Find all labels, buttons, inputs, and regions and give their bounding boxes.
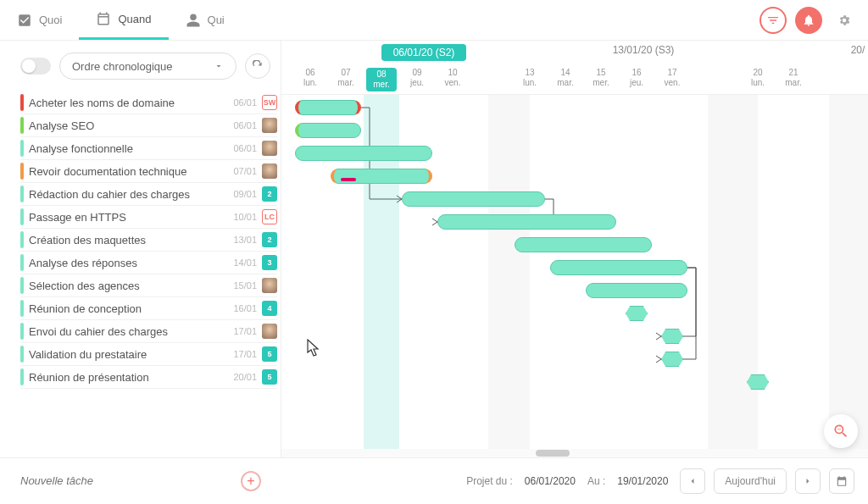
task-name: Validation du prestataire (29, 348, 228, 361)
gantt-body[interactable] (281, 95, 868, 451)
day-cell[interactable]: 17ven. (654, 68, 690, 88)
day-header: 06lun.07mar.08mer.09jeu.10ven.13lun.14ma… (281, 66, 868, 95)
gear-icon (837, 14, 851, 27)
day-cell[interactable]: 16jeu. (619, 68, 654, 88)
task-date: 06/01 (233, 143, 257, 153)
task-badge: 3 (262, 255, 277, 270)
new-task-area: + (0, 471, 271, 491)
gantt-area[interactable]: 06/01/20 (S2)13/01/20 (S3)20/ 06lun.07ma… (281, 41, 868, 457)
gantt-milestone[interactable] (626, 306, 648, 321)
gantt-bar[interactable] (295, 100, 361, 115)
project-from-date[interactable]: 06/01/2020 (521, 470, 579, 492)
project-to-date[interactable]: 19/01/2020 (614, 470, 671, 492)
task-color (20, 231, 24, 248)
h-scrollbar-thumb[interactable] (536, 450, 570, 457)
day-cell[interactable]: 09jeu. (399, 68, 435, 88)
day-cell[interactable]: 08mer. (366, 68, 397, 91)
notifications-button[interactable] (795, 7, 822, 34)
zoom-button[interactable] (824, 414, 858, 448)
task-color (20, 140, 24, 157)
add-task-button[interactable]: + (241, 471, 261, 491)
task-row[interactable]: Passage en HTTPS10/01LC (20, 206, 277, 229)
gantt-milestone[interactable] (661, 329, 683, 344)
prev-button[interactable] (680, 468, 705, 494)
tab-quand[interactable]: Quand (79, 0, 168, 40)
day-cell[interactable]: 07mar. (328, 68, 364, 88)
task-name: Analyse des réponses (29, 257, 228, 269)
task-badge: 2 (262, 232, 277, 247)
gantt-bar[interactable] (586, 283, 687, 298)
refresh-icon (252, 60, 264, 72)
task-row[interactable]: Réunion de conception16/014 (20, 297, 277, 320)
task-name: Analyse SEO (29, 119, 228, 132)
task-row[interactable]: Envoi du cahier des charges17/01 (20, 320, 277, 343)
day-cell[interactable]: 10ven. (435, 68, 470, 88)
task-row[interactable]: Validation du prestataire17/015 (20, 343, 277, 366)
gantt-bar[interactable] (550, 260, 687, 275)
week-label: 06/01/20 (S2) (381, 44, 466, 61)
day-cell[interactable]: 14mar. (548, 68, 583, 88)
task-row[interactable]: Analyse fonctionnelle06/01 (20, 137, 277, 160)
task-row[interactable]: Rédaction du cahier des charges09/012 (20, 183, 277, 206)
refresh-button[interactable] (245, 53, 270, 79)
gantt-milestone[interactable] (661, 352, 683, 367)
filter-icon (766, 14, 780, 27)
h-scrollbar[interactable] (281, 449, 868, 457)
gantt-milestone[interactable] (747, 374, 769, 390)
task-color (20, 300, 24, 317)
task-badge (262, 278, 277, 293)
chevron-right-icon (803, 476, 813, 486)
day-cell[interactable]: 15mer. (583, 68, 619, 88)
task-name: Envoi du cahier des charges (29, 325, 228, 338)
gantt-bar[interactable] (295, 146, 432, 161)
week-label: 20/ (815, 44, 868, 56)
gantt-bar[interactable] (295, 123, 361, 138)
chevron-left-icon (687, 476, 698, 486)
day-cell[interactable]: 06lun. (292, 68, 328, 88)
task-row[interactable]: Sélection des agences15/01 (20, 274, 277, 297)
task-color (20, 208, 24, 225)
task-row[interactable]: Revoir documentation technique07/01 (20, 160, 277, 183)
task-date: 15/01 (233, 280, 257, 291)
task-row[interactable]: Réunion de présentation20/015 (20, 366, 277, 389)
week-label: 13/01/20 (S3) (601, 44, 686, 56)
filter-button[interactable] (760, 7, 787, 34)
task-name: Rédaction du cahier des charges (29, 188, 228, 201)
cursor-icon (307, 339, 320, 357)
check-icon (17, 13, 32, 28)
new-task-input[interactable] (20, 474, 241, 487)
task-color (20, 368, 24, 385)
day-cell[interactable]: 21mar. (776, 68, 811, 88)
sort-dropdown[interactable]: Ordre chronologique (59, 53, 236, 80)
day-cell[interactable]: 20lun. (740, 68, 776, 88)
tab-qui[interactable]: Qui (169, 0, 242, 40)
weekend-band (488, 95, 530, 451)
task-date: 07/01 (233, 166, 257, 176)
task-date: 17/01 (233, 349, 257, 359)
task-date: 17/01 (233, 326, 257, 336)
task-row[interactable]: Analyse des réponses14/013 (20, 252, 277, 274)
day-cell[interactable]: 13lun. (512, 68, 548, 88)
gantt-bar[interactable] (515, 237, 652, 252)
settings-button[interactable] (831, 7, 858, 34)
calendar-icon (96, 11, 111, 26)
task-row[interactable]: Création des maquettes13/012 (20, 229, 277, 252)
task-color (20, 94, 24, 111)
history-toggle[interactable] (20, 58, 51, 75)
task-name: Analyse fonctionnelle (29, 142, 228, 155)
task-badge (262, 163, 277, 179)
task-row[interactable]: Analyse SEO06/01 (20, 114, 277, 137)
task-name: Réunion de conception (29, 302, 228, 315)
tab-label: Quand (118, 13, 151, 25)
task-badge: 5 (262, 369, 277, 385)
gantt-bar[interactable] (437, 214, 616, 230)
calendar-button[interactable] (829, 468, 854, 494)
tab-quoi[interactable]: Quoi (0, 0, 79, 40)
today-button[interactable]: Aujourd'hui (714, 468, 787, 494)
gantt-bar[interactable] (402, 191, 545, 207)
task-row[interactable]: Acheter les noms de domaine06/01SW (20, 91, 277, 114)
task-name: Sélection des agences (29, 280, 228, 292)
gantt-bar[interactable] (331, 169, 432, 184)
calendar-icon (836, 475, 848, 487)
next-button[interactable] (795, 468, 821, 494)
